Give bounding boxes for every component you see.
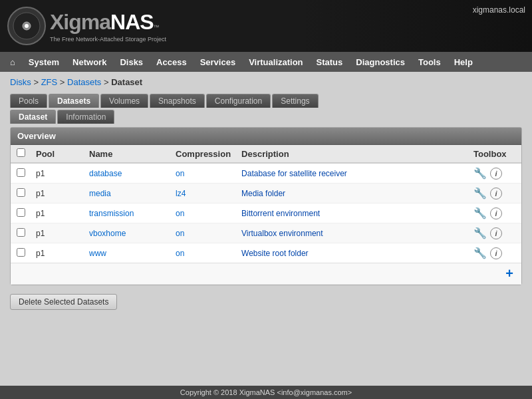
footer: Copyright © 2018 XigmaNAS <info@xigmanas… xyxy=(0,386,532,399)
row-toolbox-3: 🔧 i xyxy=(468,223,521,243)
breadcrumb-datasets[interactable]: Datasets xyxy=(67,77,101,87)
row-name-3: vboxhome xyxy=(84,223,170,243)
toolbox-actions-3: 🔧 i xyxy=(473,227,516,239)
wrench-icon-0[interactable]: 🔧 xyxy=(473,167,487,180)
delete-selected-button[interactable]: Delete Selected Datasets xyxy=(10,294,117,310)
wrench-icon-1[interactable]: 🔧 xyxy=(473,187,487,200)
info-icon-0[interactable]: i xyxy=(490,168,502,180)
row-comp-4: on xyxy=(170,243,236,263)
info-icon-2[interactable]: i xyxy=(490,207,502,219)
row-name-link-2[interactable]: transmission xyxy=(89,209,134,218)
breadcrumb-disks[interactable]: Disks xyxy=(10,77,31,87)
col-header-name: Name xyxy=(84,145,170,163)
row-checkbox-4[interactable] xyxy=(17,248,25,257)
home-icon: ⌂ xyxy=(10,57,15,67)
tab-settings[interactable]: Settings xyxy=(272,94,318,108)
add-row: + xyxy=(11,263,521,285)
nav-item-status[interactable]: Status xyxy=(310,52,350,72)
info-icon-4[interactable]: i xyxy=(490,247,502,259)
toolbox-actions-1: 🔧 i xyxy=(473,187,516,200)
wrench-icon-2[interactable]: 🔧 xyxy=(473,207,487,219)
row-checkbox-0[interactable] xyxy=(17,168,25,177)
bottom-bar: Delete Selected Datasets xyxy=(0,289,532,315)
row-desc-3: Virtualbox environment xyxy=(236,223,468,243)
table-row: p1 database on Database for satellite re… xyxy=(11,163,521,184)
row-pool-4: p1 xyxy=(31,243,84,263)
info-icon-1[interactable]: i xyxy=(490,188,502,200)
logo-text: XigmaNAS xyxy=(50,10,154,35)
select-all-checkbox[interactable] xyxy=(17,148,25,157)
col-header-check xyxy=(11,145,31,163)
row-name-link-0[interactable]: database xyxy=(89,169,122,178)
nav-item-disks[interactable]: Disks xyxy=(113,52,150,72)
hostname: xigmanas.local xyxy=(473,5,525,15)
nav-item-access[interactable]: Access xyxy=(150,52,194,72)
row-check-4 xyxy=(11,243,31,263)
logo-tm: ™ xyxy=(154,24,160,31)
table-row: p1 www on Website root folder 🔧 i xyxy=(11,243,521,263)
tab-information[interactable]: Information xyxy=(57,110,114,124)
tab-configuration[interactable]: Configuration xyxy=(206,94,271,108)
row-toolbox-4: 🔧 i xyxy=(468,243,521,263)
col-header-pool: Pool xyxy=(31,145,84,163)
tab-volumes[interactable]: Volumes xyxy=(100,94,148,108)
add-dataset-button[interactable]: + xyxy=(505,266,513,281)
nav-item-diagnostics[interactable]: Diagnostics xyxy=(349,52,412,72)
row-check-1 xyxy=(11,184,31,203)
col-header-toolbox: Toolbox xyxy=(468,145,521,163)
toolbox-actions-4: 🔧 i xyxy=(473,247,516,259)
row-name-1: media xyxy=(84,184,170,203)
row-pool-0: p1 xyxy=(31,163,84,184)
row-comp-2: on xyxy=(170,203,236,223)
row-check-3 xyxy=(11,223,31,243)
col-header-compression: Compression xyxy=(170,145,236,163)
row-checkbox-2[interactable] xyxy=(17,208,25,217)
row-check-0 xyxy=(11,163,31,184)
row-checkbox-1[interactable] xyxy=(17,188,25,197)
nav-home[interactable]: ⌂ xyxy=(3,52,22,72)
col-header-description: Description xyxy=(236,145,468,163)
nav-item-help[interactable]: Help xyxy=(448,52,479,72)
logo-icon xyxy=(7,6,47,46)
tab-dataset[interactable]: Dataset xyxy=(10,110,56,124)
row-toolbox-0: 🔧 i xyxy=(468,163,521,184)
row-name-4: www xyxy=(84,243,170,263)
row-name-link-3[interactable]: vboxhome xyxy=(89,229,126,238)
table-row: p1 media lz4 Media folder 🔧 i xyxy=(11,184,521,203)
row-name-link-1[interactable]: media xyxy=(89,189,111,198)
nav-item-services[interactable]: Services xyxy=(194,52,243,72)
row-pool-1: p1 xyxy=(31,184,84,203)
row-check-2 xyxy=(11,203,31,223)
row-desc-4: Website root folder xyxy=(236,243,468,263)
info-icon-3[interactable]: i xyxy=(490,227,502,239)
tab-pools[interactable]: Pools xyxy=(10,94,47,108)
row-toolbox-1: 🔧 i xyxy=(468,184,521,203)
nav-item-network[interactable]: Network xyxy=(66,52,113,72)
row-name-0: database xyxy=(84,163,170,184)
wrench-icon-3[interactable]: 🔧 xyxy=(473,227,487,239)
svg-point-3 xyxy=(25,24,29,28)
wrench-icon-4[interactable]: 🔧 xyxy=(473,247,487,259)
row-comp-1: lz4 xyxy=(170,184,236,203)
table-header-row: Pool Name Compression Description Toolbo… xyxy=(11,145,521,163)
nav-item-tools[interactable]: Tools xyxy=(412,52,448,72)
row-pool-2: p1 xyxy=(31,203,84,223)
breadcrumb: Disks > ZFS > Datasets > Dataset xyxy=(0,72,532,92)
tab-snapshots[interactable]: Snapshots xyxy=(150,94,205,108)
breadcrumb-zfs[interactable]: ZFS xyxy=(41,77,58,87)
tab-datasets[interactable]: Datasets xyxy=(49,94,99,108)
row-comp-0: on xyxy=(170,163,236,184)
row-checkbox-3[interactable] xyxy=(17,228,25,237)
sub2tabs: Dataset Information xyxy=(0,108,532,124)
nav-item-system[interactable]: System xyxy=(22,52,66,72)
toolbox-actions-0: 🔧 i xyxy=(473,167,516,180)
table-row: p1 vboxhome on Virtualbox environment 🔧 … xyxy=(11,223,521,243)
header-banner: XigmaNAS ™ The Free Network-Attached Sto… xyxy=(0,0,532,52)
nav-item-virtualization[interactable]: Virtualization xyxy=(242,52,309,72)
overview-header: Overview xyxy=(11,128,521,145)
row-name-link-4[interactable]: www xyxy=(89,249,106,258)
toolbox-actions-2: 🔧 i xyxy=(473,207,516,219)
breadcrumb-current: Dataset xyxy=(111,77,142,87)
dataset-table: Pool Name Compression Description Toolbo… xyxy=(11,145,521,285)
footer-text: Copyright © 2018 XigmaNAS <info@xigmanas… xyxy=(180,388,352,396)
